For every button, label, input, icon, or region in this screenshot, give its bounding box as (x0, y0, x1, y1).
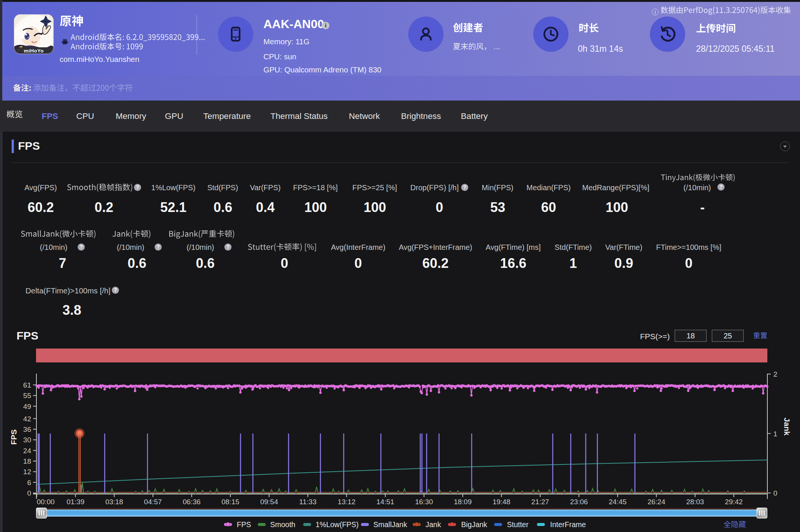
svg-text:04:57: 04:57 (144, 498, 162, 506)
svg-text:miHoYo: miHoYo (24, 48, 44, 54)
svg-text:24: 24 (23, 447, 32, 455)
svg-text:12: 12 (23, 468, 31, 476)
svg-text:01:39: 01:39 (66, 498, 84, 506)
svg-text:42: 42 (23, 415, 31, 423)
svg-text:29:42: 29:42 (725, 498, 743, 506)
svg-text:18:09: 18:09 (454, 498, 472, 506)
svg-text:30: 30 (23, 436, 31, 444)
svg-text:08:15: 08:15 (221, 498, 239, 506)
svg-text:6: 6 (27, 479, 31, 487)
svg-text:06:36: 06:36 (183, 498, 201, 506)
svg-text:FPS: FPS (9, 430, 18, 445)
svg-text:14:51: 14:51 (376, 498, 394, 506)
svg-text:36: 36 (23, 425, 31, 433)
svg-text:2: 2 (773, 370, 777, 378)
svg-text:61: 61 (23, 381, 31, 389)
svg-text:11:33: 11:33 (299, 498, 316, 506)
svg-text:0: 0 (27, 489, 31, 497)
svg-text:21:27: 21:27 (531, 498, 549, 506)
svg-text:0: 0 (773, 489, 777, 497)
svg-text:26:24: 26:24 (647, 498, 665, 506)
svg-text:18: 18 (23, 457, 31, 465)
svg-text:19:48: 19:48 (493, 498, 511, 506)
svg-text:09:54: 09:54 (260, 498, 278, 506)
svg-text:49: 49 (23, 403, 31, 410)
svg-text:1: 1 (773, 430, 777, 438)
svg-text:23:06: 23:06 (570, 498, 588, 506)
svg-text:55: 55 (23, 392, 31, 400)
svg-text:00:00: 00:00 (37, 498, 55, 506)
svg-text:03:18: 03:18 (105, 498, 123, 506)
svg-text:13:12: 13:12 (338, 498, 356, 506)
svg-text:16:30: 16:30 (415, 498, 433, 506)
svg-text:28:03: 28:03 (686, 498, 704, 506)
svg-text:Jank: Jank (783, 418, 791, 436)
svg-text:24:45: 24:45 (609, 498, 627, 506)
